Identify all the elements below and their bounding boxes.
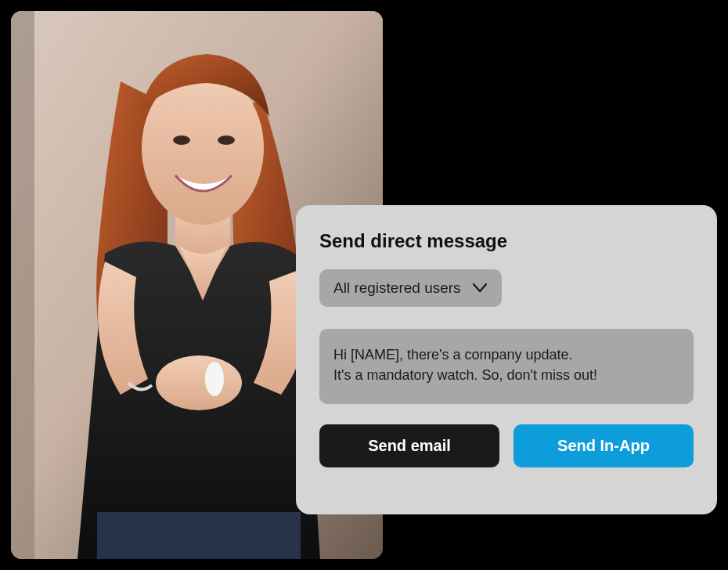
- svg-point-4: [173, 135, 190, 145]
- panel-title: Send direct message: [319, 230, 694, 252]
- message-textarea[interactable]: Hi [NAME], there's a company update. It'…: [319, 329, 694, 404]
- button-row: Send email Send In-App: [319, 424, 694, 467]
- recipient-dropdown[interactable]: All registered users: [319, 269, 502, 307]
- send-email-button[interactable]: Send email: [319, 424, 499, 467]
- svg-point-7: [205, 362, 224, 396]
- svg-point-6: [156, 355, 242, 410]
- svg-point-5: [218, 135, 235, 145]
- send-message-panel: Send direct message All registered users…: [296, 205, 717, 514]
- svg-rect-1: [11, 11, 34, 559]
- recipient-dropdown-label: All registered users: [333, 280, 461, 297]
- chevron-down-icon: [472, 280, 488, 296]
- message-text: Hi [NAME], there's a company update. It'…: [333, 345, 679, 385]
- send-in-app-button[interactable]: Send In-App: [514, 424, 694, 467]
- svg-rect-8: [97, 512, 301, 559]
